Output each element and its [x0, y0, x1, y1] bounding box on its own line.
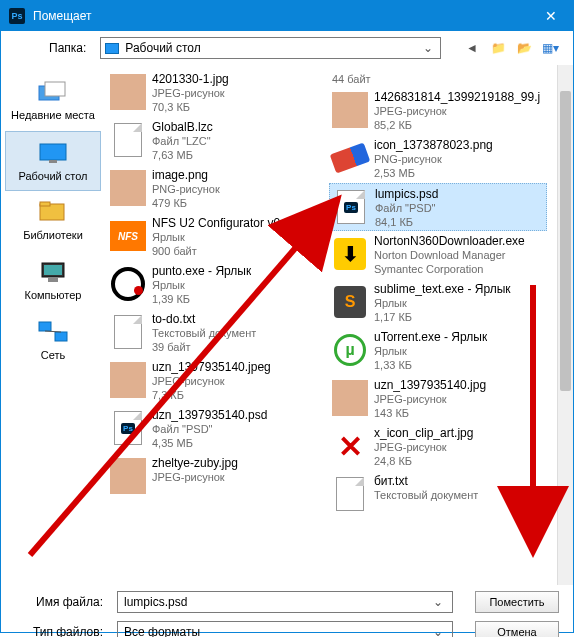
file-name: image.png: [152, 168, 220, 182]
chevron-down-icon: ⌄: [430, 595, 446, 609]
file-item[interactable]: 44 байт: [329, 69, 547, 87]
sidebar-item-computer[interactable]: Компьютер: [1, 251, 105, 309]
file-item[interactable]: Psuzn_1397935140.psdФайл "PSD"4,35 МБ: [107, 405, 325, 453]
up-icon[interactable]: 📁: [489, 39, 507, 57]
file-type: JPEG-рисунок: [374, 392, 486, 406]
file-icon: [110, 168, 146, 208]
file-item[interactable]: uzn_1397935140.jpgJPEG-рисунок143 КБ: [329, 375, 547, 423]
file-item[interactable]: µuTorrent.exe - ЯрлыкЯрлык1,33 КБ: [329, 327, 547, 375]
sidebar-item-recent[interactable]: Недавние места: [1, 71, 105, 129]
file-type: Ярлык: [374, 296, 511, 310]
file-size: 39 байт: [152, 340, 256, 354]
file-type: Ярлык: [374, 344, 487, 358]
scrollbar[interactable]: [557, 65, 573, 585]
file-item[interactable]: 4201330-1.jpgJPEG-рисунок70,3 КБ: [107, 69, 325, 117]
libraries-icon: [37, 199, 69, 225]
filetype-label: Тип файлов:: [25, 625, 103, 637]
file-icon: [110, 456, 146, 496]
sidebar-label: Сеть: [41, 349, 65, 361]
file-size: Symantec Corporation: [374, 262, 525, 276]
file-size: 7,3 КБ: [152, 388, 271, 402]
file-type: Текстовый документ: [152, 326, 256, 340]
file-size: 24,8 КБ: [374, 454, 473, 468]
file-name: sublime_text.exe - Ярлык: [374, 282, 511, 296]
file-size: 2,53 МБ: [374, 166, 493, 180]
file-size: 1,39 КБ: [152, 292, 251, 306]
filename-value: lumpics.psd: [124, 595, 430, 609]
file-icon: Ps: [110, 408, 146, 448]
file-name: zheltye-zuby.jpg: [152, 456, 238, 470]
file-item[interactable]: Ssublime_text.exe - ЯрлыкЯрлык1,17 КБ: [329, 279, 547, 327]
place-button[interactable]: Поместить: [475, 591, 559, 613]
file-item[interactable]: ⬇NortonN360Downloader.exeNorton Download…: [329, 231, 547, 279]
file-size: 70,3 КБ: [152, 100, 229, 114]
filetype-dropdown[interactable]: Все форматы⌄: [117, 621, 453, 637]
file-name: punto.exe - Ярлык: [152, 264, 251, 278]
desktop-icon: [37, 140, 69, 166]
window-title: Помещает: [33, 9, 92, 23]
file-type: Norton Download Manager: [374, 248, 525, 262]
view-menu-icon[interactable]: ▦▾: [541, 39, 559, 57]
file-name: lumpics.psd: [375, 187, 438, 201]
file-item[interactable]: zheltye-zuby.jpgJPEG-рисунок: [107, 453, 325, 501]
folder-dropdown[interactable]: Рабочий стол ⌄: [100, 37, 441, 59]
sidebar-item-desktop[interactable]: Рабочий стол: [5, 131, 101, 191]
file-item[interactable]: icon_1373878023.pngPNG-рисунок2,53 МБ: [329, 135, 547, 183]
sidebar-label: Библиотеки: [23, 229, 83, 241]
file-item[interactable]: 1426831814_1399219188_99.jJPEG-рисунок85…: [329, 87, 547, 135]
file-name: uzn_1397935140.psd: [152, 408, 267, 422]
file-icon: [110, 360, 146, 400]
sidebar-item-libraries[interactable]: Библиотеки: [1, 191, 105, 249]
file-list[interactable]: 4201330-1.jpgJPEG-рисунок70,3 КБGlobalB.…: [105, 65, 573, 585]
file-type: Ярлык: [152, 278, 251, 292]
back-icon[interactable]: ◄: [463, 39, 481, 57]
filename-label: Имя файла:: [25, 595, 103, 609]
folder-value: Рабочий стол: [125, 41, 414, 55]
scroll-thumb[interactable]: [560, 91, 571, 391]
file-item[interactable]: image.pngPNG-рисунок479 КБ: [107, 165, 325, 213]
file-item[interactable]: GlobalB.lzcФайл "LZC"7,63 МБ: [107, 117, 325, 165]
cancel-button[interactable]: Отмена: [475, 621, 559, 637]
filename-input[interactable]: lumpics.psd⌄: [117, 591, 453, 613]
file-name: 1426831814_1399219188_99.j: [374, 90, 540, 104]
file-size: 479 КБ: [152, 196, 220, 210]
file-name: icon_1373878023.png: [374, 138, 493, 152]
file-size: 7,63 МБ: [152, 148, 213, 162]
sidebar-item-network[interactable]: Сеть: [1, 311, 105, 369]
file-icon: [332, 474, 368, 514]
file-item[interactable]: to-do.txtТекстовый документ39 байт: [107, 309, 325, 357]
file-size: 1,33 КБ: [374, 358, 487, 372]
file-type: JPEG-рисунок: [374, 104, 540, 118]
file-name: GlobalB.lzc: [152, 120, 213, 134]
file-icon: [110, 264, 146, 304]
file-type: JPEG-рисунок: [152, 86, 229, 100]
file-icon: S: [332, 282, 368, 322]
file-item[interactable]: ✕x_icon_clip_art.jpgJPEG-рисунок24,8 КБ: [329, 423, 547, 471]
sidebar-label: Рабочий стол: [18, 170, 87, 182]
filetype-value: Все форматы: [124, 625, 430, 637]
file-item[interactable]: NFSNFS U2 Configurator v0.9Ярлык900 байт: [107, 213, 325, 261]
file-name: uzn_1397935140.jpg: [374, 378, 486, 392]
file-icon: [110, 312, 146, 352]
file-item[interactable]: Pslumpics.psdФайл "PSD"84,1 КБ: [329, 183, 547, 231]
file-type: JPEG-рисунок: [152, 374, 271, 388]
svg-rect-3: [49, 160, 57, 163]
file-item[interactable]: punto.exe - ЯрлыкЯрлык1,39 КБ: [107, 261, 325, 309]
file-name: NortonN360Downloader.exe: [374, 234, 525, 248]
file-icon: [332, 90, 368, 130]
computer-icon: [37, 259, 69, 285]
file-name: бит.txt: [374, 474, 478, 488]
file-item[interactable]: бит.txtТекстовый документ: [329, 471, 547, 519]
file-icon: Ps: [333, 187, 369, 227]
file-item[interactable]: uzn_1397935140.jpegJPEG-рисунок7,3 КБ: [107, 357, 325, 405]
file-icon: [110, 120, 146, 160]
new-folder-icon[interactable]: 📂: [515, 39, 533, 57]
file-name: x_icon_clip_art.jpg: [374, 426, 473, 440]
svg-rect-1: [45, 82, 65, 96]
sidebar-label: Недавние места: [11, 109, 95, 121]
svg-rect-10: [55, 332, 67, 341]
file-type: PNG-рисунок: [374, 152, 493, 166]
recent-places-icon: [37, 79, 69, 105]
close-button[interactable]: ✕: [528, 1, 573, 31]
file-icon: ✕: [332, 426, 368, 466]
